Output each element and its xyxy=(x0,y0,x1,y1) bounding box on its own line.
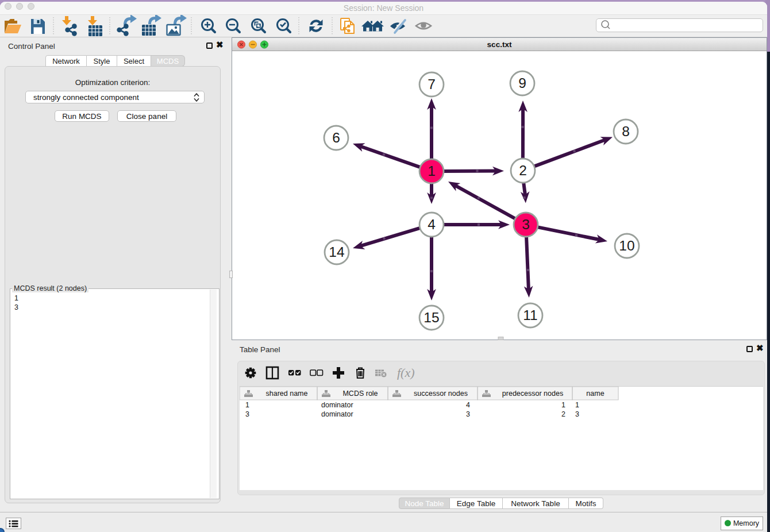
svg-text:2: 2 xyxy=(519,163,527,178)
svg-text:successor nodes: successor nodes xyxy=(414,390,468,398)
svg-text:4: 4 xyxy=(428,217,436,232)
svg-text:MCDS role: MCDS role xyxy=(342,390,378,398)
svg-text:14: 14 xyxy=(329,244,344,260)
svg-text:11: 11 xyxy=(523,307,537,323)
svg-text:shared name: shared name xyxy=(266,390,308,398)
svg-text:7: 7 xyxy=(428,76,436,92)
svg-text:name: name xyxy=(586,390,604,398)
svg-text:3: 3 xyxy=(522,217,530,232)
svg-text:predecessor nodes: predecessor nodes xyxy=(502,390,563,398)
svg-text:8: 8 xyxy=(622,124,630,139)
svg-text:1: 1 xyxy=(428,163,436,179)
svg-text:10: 10 xyxy=(619,238,634,253)
svg-text:6: 6 xyxy=(332,130,340,145)
svg-text:15: 15 xyxy=(424,310,439,325)
svg-text:9: 9 xyxy=(518,75,526,91)
svg-text:f(x): f(x) xyxy=(397,365,415,380)
